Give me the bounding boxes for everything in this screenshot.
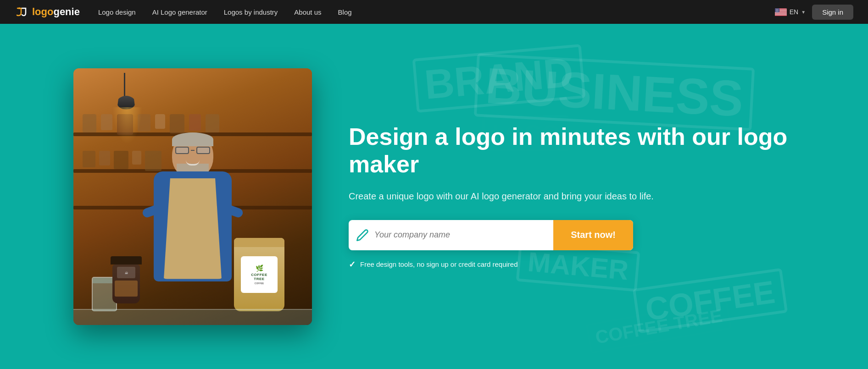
svg-rect-0 <box>15 5 29 19</box>
svg-rect-14 <box>775 15 787 16</box>
svg-point-21 <box>777 9 777 10</box>
start-now-button[interactable]: Start now! <box>553 220 633 250</box>
chevron-down-icon: ▼ <box>801 10 806 15</box>
person-apron <box>161 178 225 279</box>
nav-right: EN ▼ Sign in <box>775 5 853 20</box>
svg-point-1 <box>18 7 20 9</box>
svg-rect-11 <box>775 13 787 14</box>
cup-logo: ☕ <box>117 267 135 278</box>
svg-point-17 <box>776 8 777 9</box>
photo-scene: ☕ 🌿 COFFEE TREE COFFEE <box>73 68 312 325</box>
cup-lid <box>111 256 142 264</box>
cta-note: ✓ Free design tools, no sign up or credi… <box>349 259 804 270</box>
bag-brand-name2: TREE <box>254 277 264 281</box>
svg-point-19 <box>778 8 779 9</box>
svg-point-31 <box>776 11 777 11</box>
flag-us-icon <box>775 8 787 16</box>
nav-links: Logo design AI Logo generator Logos by i… <box>98 8 775 16</box>
logo-icon <box>15 5 29 19</box>
hero-text-block: Design a logo in minutes with our logo m… <box>349 123 804 270</box>
hero-subtext: Create a unique logo with our AI logo ge… <box>349 189 804 204</box>
person-hair <box>172 132 213 146</box>
person-glasses <box>174 146 211 154</box>
nav-link-logos-industry[interactable]: Logos by industry <box>224 8 278 16</box>
hero-section: BRAND BUSINESS COFFEE MAKER LOGO COFFEE … <box>0 24 868 369</box>
language-selector[interactable]: EN ▼ <box>775 8 806 16</box>
svg-point-25 <box>777 10 778 10</box>
pencil-icon <box>356 229 369 242</box>
svg-rect-10 <box>775 13 787 13</box>
hero-headline: Design a logo in minutes with our logo m… <box>349 123 804 178</box>
bag-sub-text: COFFEE <box>255 282 264 285</box>
logo-text: logogenie <box>32 6 80 18</box>
hero-image: ☕ 🌿 COFFEE TREE COFFEE <box>73 68 312 325</box>
bag-top-fold <box>234 238 284 247</box>
lang-label: EN <box>790 8 798 16</box>
svg-rect-13 <box>775 15 787 15</box>
nav-link-logo-design[interactable]: Logo design <box>98 8 136 16</box>
svg-rect-12 <box>775 14 787 15</box>
svg-point-20 <box>776 9 776 10</box>
coffee-bag: 🌿 COFFEE TREE COFFEE <box>234 238 284 311</box>
svg-point-24 <box>776 10 777 10</box>
hero-content: ☕ 🌿 COFFEE TREE COFFEE <box>0 41 868 352</box>
bag-brand-name: COFFEE <box>251 273 267 277</box>
svg-point-33 <box>778 11 779 11</box>
sign-in-button[interactable]: Sign in <box>812 5 853 20</box>
nav-link-ai-logo[interactable]: AI Logo generator <box>152 8 207 16</box>
nav-link-blog[interactable]: Blog <box>338 8 352 16</box>
bag-leaf-icon: 🌿 <box>256 264 263 272</box>
cta-note-text: Free design tools, no sign up or credit … <box>360 260 518 268</box>
svg-point-28 <box>777 11 777 11</box>
svg-point-32 <box>777 11 778 11</box>
cup-sleeve <box>115 281 138 297</box>
shelf-jars <box>73 114 312 135</box>
svg-point-27 <box>776 11 776 11</box>
nav-link-about[interactable]: About us <box>294 8 321 16</box>
checkmark-icon: ✓ <box>349 259 356 270</box>
svg-rect-9 <box>775 12 787 13</box>
svg-point-23 <box>775 10 776 10</box>
cta-input-wrapper <box>349 220 553 250</box>
display-case <box>73 309 312 325</box>
cup-body: ☕ <box>112 264 140 303</box>
coffee-cup: ☕ <box>110 256 142 307</box>
svg-point-29 <box>778 11 778 11</box>
bag-label: 🌿 COFFEE TREE COFFEE <box>241 256 278 293</box>
navbar: logogenie Logo design AI Logo generator … <box>0 0 868 24</box>
svg-point-16 <box>775 8 776 9</box>
company-name-input[interactable] <box>374 230 546 240</box>
cta-form: Start now! <box>349 220 633 250</box>
svg-point-30 <box>775 11 776 11</box>
logo-link[interactable]: logogenie <box>15 5 80 19</box>
svg-point-26 <box>778 10 779 10</box>
svg-point-22 <box>778 9 778 10</box>
svg-point-18 <box>777 8 778 9</box>
